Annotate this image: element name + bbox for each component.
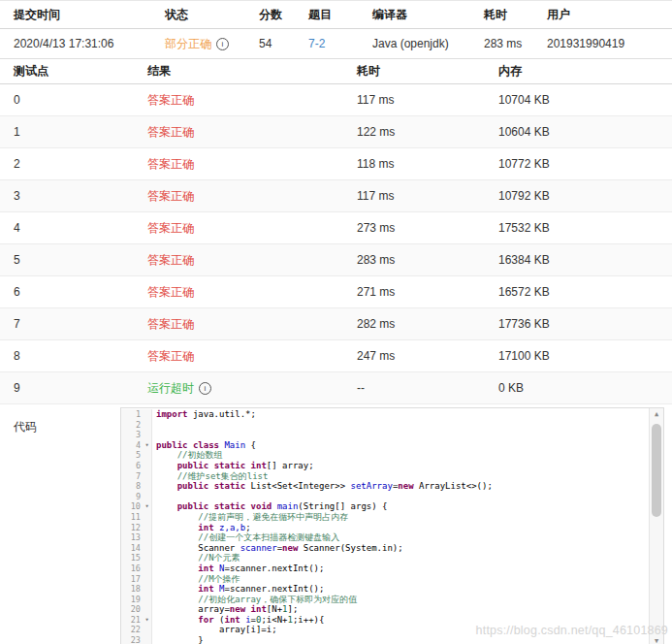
col-header-status: 状态: [151, 1, 245, 29]
line-number: 7: [136, 471, 143, 482]
code-line: 7 //维护set集合的list: [121, 471, 650, 482]
code-content[interactable]: 1import java.util.*;234▾public class Mai…: [121, 409, 650, 644]
code-line: 3: [121, 430, 650, 440]
line-number: 19: [131, 595, 143, 605]
submission-row: 2020/4/13 17:31:06 部分正确i 54 7-2 Java (op…: [0, 29, 672, 59]
code-line-text: //初始化array，确保下标即为对应的值: [152, 595, 650, 605]
line-number: 9: [136, 492, 143, 502]
info-icon[interactable]: i: [199, 382, 211, 395]
col-header-score: 分数: [245, 1, 295, 29]
line-number: 5: [136, 450, 143, 461]
code-line: 8 public static List<Set<Integer>> setAr…: [121, 481, 650, 492]
code-line: 18 int M=scanner.nextInt();: [121, 584, 650, 595]
testcase-memory: 17532 KB: [485, 212, 672, 244]
scrollbar-up-icon[interactable]: ▲: [650, 408, 663, 420]
testcase-time: 117 ms: [343, 84, 485, 116]
code-line: 17 //M个操作: [121, 574, 650, 585]
testcase-time: 271 ms: [343, 276, 485, 308]
testcase-result: 答案正确: [134, 340, 343, 372]
code-line: 2: [121, 420, 650, 431]
testcase-time: 118 ms: [343, 148, 485, 180]
line-gutter: 15: [121, 553, 152, 564]
code-line: 5 //初始数组: [121, 450, 650, 461]
testcase-row: 4答案正确273 ms17532 KB: [0, 212, 672, 244]
line-gutter: 12: [121, 523, 152, 533]
code-line-text: int N=scanner.nextInt();: [152, 564, 650, 574]
line-number: 20: [131, 604, 143, 615]
code-line-text: public static List<Set<Integer>> setArra…: [152, 481, 650, 492]
line-number: 4: [136, 440, 143, 451]
testcase-result-text: 答案正确: [147, 253, 194, 267]
code-line-text: [152, 420, 650, 431]
line-gutter: 3: [121, 430, 152, 440]
line-gutter: 19: [121, 595, 152, 605]
testcase-result: 运行超时i: [134, 372, 343, 404]
testcase-result-text: 答案正确: [147, 157, 194, 171]
line-gutter: 9: [121, 492, 152, 502]
code-scrollbar[interactable]: ▲ ▼: [649, 408, 663, 644]
line-gutter: 16: [121, 564, 152, 574]
testcase-row: 5答案正确283 ms16384 KB: [0, 244, 672, 276]
testcase-result: 答案正确: [134, 84, 343, 116]
testcase-result-text: 答案正确: [147, 349, 194, 363]
testcase-time: --: [343, 372, 485, 404]
code-line: 15 //N个元素: [121, 553, 650, 564]
code-line-text: //创建一个文本扫描器检测键盘输入: [152, 532, 650, 543]
line-number: 12: [131, 523, 143, 533]
testcase-id: 1: [0, 116, 134, 148]
testcase-result: 答案正确: [134, 148, 343, 180]
testcase-table-header: 测试点 结果 耗时 内存: [0, 59, 672, 84]
col-header-testcase: 测试点: [0, 59, 134, 84]
line-number: 8: [136, 481, 143, 492]
testcase-result-text: 答案正确: [147, 189, 194, 203]
line-gutter: 17: [121, 574, 152, 585]
problem-link[interactable]: 7-2: [308, 37, 325, 50]
testcase-id: 7: [0, 308, 134, 340]
testcase-time: 273 ms: [343, 212, 485, 244]
code-line-text: int M=scanner.nextInt();: [152, 584, 650, 595]
code-line-text: public static void main(String[] args) {: [152, 501, 650, 512]
line-number: 15: [131, 553, 143, 564]
line-number: 13: [131, 532, 143, 543]
code-line: 9: [121, 492, 650, 502]
code-editor[interactable]: 1import java.util.*;234▾public class Mai…: [120, 407, 664, 644]
testcase-id: 5: [0, 244, 134, 276]
testcase-memory: 10604 KB: [485, 116, 672, 148]
line-gutter: 2: [121, 420, 152, 431]
testcase-result-text: 答案正确: [147, 317, 194, 331]
line-gutter: 1: [121, 409, 152, 420]
testcase-id: 8: [0, 340, 134, 372]
code-line-text: array=new int[N+1];: [152, 604, 650, 615]
scrollbar-thumb[interactable]: [652, 424, 661, 517]
fold-arrow-icon[interactable]: ▾: [143, 440, 151, 451]
code-line: 13 //创建一个文本扫描器检测键盘输入: [121, 532, 650, 543]
testcase-row: 8答案正确247 ms17100 KB: [0, 340, 672, 372]
line-number: 3: [136, 430, 143, 440]
testcase-time: 282 ms: [343, 308, 485, 340]
compiler-value: Java (openjdk): [359, 29, 470, 59]
fold-arrow-icon[interactable]: ▾: [143, 615, 151, 626]
duration-value: 283 ms: [470, 29, 533, 59]
testcase-result: 答案正确: [134, 308, 343, 340]
col-header-result: 结果: [134, 59, 343, 84]
submission-table: 提交时间 状态 分数 题目 编译器 耗时 用户 2020/4/13 17:31:…: [0, 0, 672, 59]
testcase-row: 9运行超时i--0 KB: [0, 372, 672, 404]
code-line-text: [152, 430, 650, 440]
fold-arrow-icon[interactable]: ▾: [143, 501, 151, 512]
testcase-row: 1答案正确122 ms10604 KB: [0, 116, 672, 148]
line-number: 10: [131, 501, 143, 512]
line-gutter: 4▾: [121, 440, 152, 451]
testcase-result: 答案正确: [134, 116, 343, 148]
col-header-compiler: 编译器: [359, 1, 470, 29]
testcase-id: 9: [0, 372, 134, 404]
testcase-result: 答案正确: [134, 244, 343, 276]
info-icon[interactable]: i: [216, 38, 229, 50]
code-line: 16 int N=scanner.nextInt();: [121, 564, 650, 574]
code-line-text: public class Main {: [152, 440, 650, 451]
code-line: 11 //提前声明，避免在循环中声明占内存: [121, 512, 650, 523]
testcase-result: 答案正确: [134, 276, 343, 308]
col-header-user: 用户: [533, 1, 672, 29]
csdn-watermark: https://blog.csdn.net/qq_46101869: [476, 624, 668, 637]
code-section: 代码 1import java.util.*;234▾public class …: [0, 407, 672, 644]
col-header-problem: 题目: [295, 1, 359, 29]
